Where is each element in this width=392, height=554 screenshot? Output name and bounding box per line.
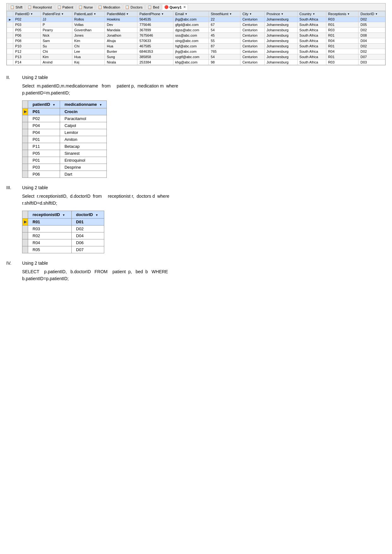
table-cell: Betacap [60,143,107,150]
section-iv-num: IV. [6,261,22,266]
tab-patient[interactable]: 📋 Patient [55,4,75,10]
table-cell: D08 [359,33,385,38]
list-item[interactable]: ▶R01D01 [22,218,104,225]
list-item[interactable]: R03D02 [22,225,104,232]
result-row-header [22,100,28,108]
tab-medication[interactable]: 📋 Medication [96,4,122,10]
table-cell: JJ [41,17,72,22]
col-patientid-ii[interactable]: patientID ▼ [28,100,60,108]
col-header-doctorid[interactable]: DoctorID▼ [359,11,385,17]
col-doctorid-iii[interactable]: doctorID ▼ [71,211,104,218]
table-cell: 7675646 [137,33,173,38]
table-cell: Chi [41,49,72,54]
list-item[interactable]: P01Entroquinol [22,157,107,164]
section-ii-num: II. [6,75,22,80]
table-cell: P01 [28,108,60,115]
table-cell: D02 [359,27,385,33]
col-receptionist-iii[interactable]: receptionistID ▼ [28,211,72,218]
col-header-patientlasti[interactable]: PatientLastI▼ [72,11,105,17]
tab-nurse-label: Nurse [84,5,93,9]
col-header-streetnum[interactable]: StreetNumt▼ [209,11,240,17]
tab-query1[interactable]: 🔴 Query1 ✕ [162,4,188,10]
col-header-patientphone[interactable]: PatientPhone▼ [137,11,173,17]
table-row[interactable]: P06NickJonesJonathon7675646sss@abc.com45… [7,33,385,38]
table-row[interactable]: P03PVollasDev775646gfgd@abc.com67Centuri… [7,22,385,27]
table-cell: 54 [209,27,240,33]
table-icon: 📋 [125,5,130,9]
col-medicationname-ii[interactable]: medicationname ▼ [60,100,107,108]
col-header-email[interactable]: Email▼ [173,11,209,17]
table-icon: 📋 [78,5,83,9]
table-cell: D07 [71,246,104,253]
tab-bed[interactable]: 📋 Bed [145,4,161,10]
table-row[interactable]: P14ArvindKejNirala253384khg@abc.com98Cen… [7,60,385,65]
table-cell: 87 [209,44,240,49]
list-item[interactable]: P11Betacap [22,143,107,150]
col-header-city[interactable]: City▼ [240,11,264,17]
list-item[interactable]: R04D06 [22,239,104,246]
list-item[interactable]: P05Sinarest [22,150,107,157]
tab-nurse[interactable]: 📋 Nurse [76,4,95,10]
table-cell: R03 [326,60,358,65]
table-cell: Entroquinol [60,157,107,164]
col-header-patientfirst[interactable]: PatientFirst▼ [41,11,72,17]
table-row[interactable]: ▶P02JJRollosHowkins564535jhg@abc.com22Ce… [7,17,385,22]
table-cell: P06 [28,171,60,178]
table-row[interactable]: P05PearryGoverdhanMandala367899dgss@abc.… [7,27,385,33]
table-cell: Mandala [105,27,137,33]
row-selector [7,54,13,60]
list-item[interactable]: P04Lemitor [22,129,107,136]
row-num [22,164,28,171]
list-item[interactable]: R05D07 [22,246,104,253]
col-header-patientmidd[interactable]: PatientMidd▼ [105,11,137,17]
row-num [22,239,28,246]
table-cell: Desprine [60,164,107,171]
list-item[interactable]: P04Calpol [22,122,107,129]
table-cell: 45 [209,33,240,38]
row-num [22,150,28,157]
list-item[interactable]: P03Desprine [22,164,107,171]
table-row[interactable]: P08SamKimAhuja570633oing@abc.com55Centur… [7,38,385,44]
row-num [22,143,28,150]
col-header-country[interactable]: Country▼ [297,11,326,17]
row-num [22,232,28,239]
table-row[interactable]: P10SuChiHua467585hgf@abc.com87CenturionJ… [7,44,385,49]
tab-close-icon[interactable]: ✕ [183,5,186,9]
list-item[interactable]: ▶P01Crocin [22,108,107,115]
table-cell: Bunter [105,49,137,54]
table-cell: Amiton [60,136,107,143]
table-cell: P03 [28,164,60,171]
table-cell: Ahuja [105,38,137,44]
table-cell: R04 [326,49,358,54]
table-cell: Hua [72,54,105,60]
table-cell: 22 [209,17,240,22]
table-icon: 📋 [57,5,62,9]
table-cell: Centurion [240,33,264,38]
tab-receptionist[interactable]: 📋 Receptionist [25,4,54,10]
table-cell: Johannesburg [264,38,297,44]
list-item[interactable]: P02Paracitamol [22,115,107,122]
table-cell: Kim [41,54,72,60]
section-ii-title: Using 2 table [22,75,48,80]
col-header-receptionis[interactable]: Receptionis▼ [326,11,358,17]
table-cell: D02 [359,17,385,22]
table-icon: 📋 [98,5,102,9]
table-cell: South Africa [297,49,326,54]
table-cell: Johannesburg [264,22,297,27]
tab-shift[interactable]: 📋 Shift [8,4,25,10]
list-item[interactable]: P01Amiton [22,136,107,143]
row-selector [7,33,13,38]
list-item[interactable]: R02D04 [22,232,104,239]
list-item[interactable]: P06Dart [22,171,107,178]
tab-doctors[interactable]: 📋 Doctors [123,4,145,10]
col-header-patientid[interactable]: PatientID▼ [13,11,41,17]
table-cell: D02 [359,49,385,54]
table-cell: P12 [13,49,41,54]
table-cell: P01 [28,157,60,164]
table-row[interactable]: P12ChiLeeBunter6846353jhg@abc.com765Cent… [7,49,385,54]
table-row[interactable]: P13KimHuaSung385858uygtf@abc.com54Centur… [7,54,385,60]
table-cell: uygtf@abc.com [173,54,209,60]
table-cell: R02 [28,232,72,239]
table-cell: Johannesburg [264,33,297,38]
col-header-province[interactable]: Province▼ [264,11,297,17]
